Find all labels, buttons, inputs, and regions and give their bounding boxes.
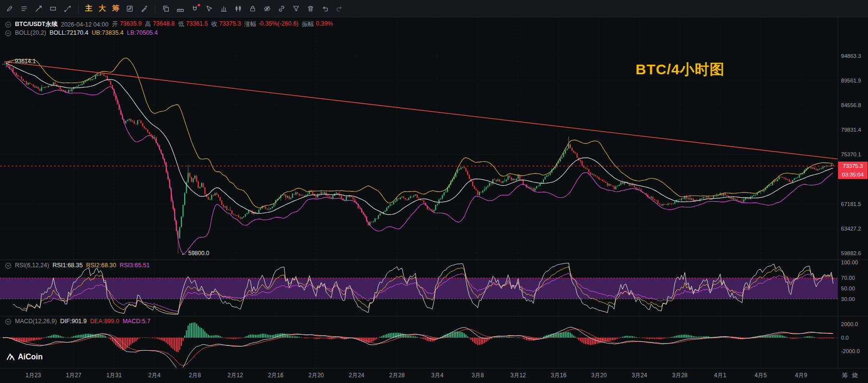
x-axis-label: 3月16 [544,371,573,380]
x-axis-label: 4月9 [787,371,815,380]
price-axis-label: 63427.2 [841,225,861,233]
trading-app: 主大筹 BTC/USDT永续 2026-04-12 04:00 开73635.9… [0,0,868,383]
trend-line-tool-icon[interactable] [33,2,44,15]
pane-borders [0,17,868,369]
price-axis-label: 84556.8 [841,101,861,109]
x-axis-label: 2月4 [140,371,169,380]
bar-compare-icon[interactable] [218,2,230,15]
toolbar-divider [78,4,79,13]
brush-dots-icon[interactable] [62,2,73,15]
link-tool-icon[interactable] [276,2,287,15]
copy-tool-icon[interactable] [160,2,172,15]
high-value: 73648.8 [153,20,175,28]
large-view-button[interactable]: 大 [97,2,108,15]
open-value: 73635.9 [120,20,141,28]
price-axis[interactable]: 94863.389561.984556.879831.475370.167181… [838,17,868,368]
bottom-right-toggles: 筹 烧 [842,371,858,380]
chips-toggle[interactable]: 筹 [842,371,848,380]
boll-ub-value: UB:73835.4 [92,29,123,36]
x-axis-label: 4月1 [706,371,735,380]
low-price-marker: ← 59800.0 [181,250,209,257]
chart-canvas[interactable] [0,0,868,383]
undo-button-icon[interactable] [319,2,331,15]
redo-button-icon[interactable] [334,2,345,15]
x-axis-label: 2月24 [342,371,371,380]
rsi-toggle-icon[interactable] [5,262,12,269]
aicoin-logo: AiCoin [6,352,43,362]
x-axis-label: 3月20 [584,371,613,380]
drawing-toolbar: 主大筹 [0,0,868,17]
x-axis-label: 2月16 [261,371,290,380]
macd-name[interactable]: MACD(12,26,9) [15,318,57,325]
rsi-layer [13,263,833,314]
indicator-list-icon[interactable] [18,2,30,15]
dif-value: DIF:901.9 [60,318,87,325]
price-axis-label: 89561.9 [841,77,861,84]
hide-drawings-icon[interactable] [261,2,273,15]
filter-tool-icon[interactable] [290,2,302,15]
chips-button[interactable]: 筹 [110,2,121,15]
candle-datetime: 2026-04-12 04:00 [61,21,108,28]
x-axis-label: 1月23 [19,371,48,380]
note-edit-icon[interactable] [124,2,136,15]
chart-watermark: BTC/4小时图 [636,60,725,80]
main-chart-button[interactable]: 主 [83,2,94,15]
lock-tool-icon[interactable] [247,2,258,15]
high-price-marker: ← 93614.1 [7,58,36,65]
rsi1-value: RSI1:68.35 [53,262,83,269]
open-label: 开 [112,20,118,28]
low-value: 73361.5 [186,20,208,28]
low-label: 低 [178,20,184,28]
boll-lb-value: LB:70505.4 [127,29,158,36]
boll-layer [6,58,833,253]
rsi-axis-label: 50.00 [841,285,855,292]
candle-style-icon[interactable] [232,2,244,15]
x-axis-label: 2月28 [382,371,411,380]
macd-axis-label: 0.0 [841,334,849,342]
delete-tool-icon[interactable] [305,2,316,15]
x-axis-label: 3月24 [625,371,654,380]
x-axis-label: 3月12 [504,371,533,380]
macd-axis-label: -2000.0 [841,347,860,355]
magic-wand-icon[interactable] [138,2,150,15]
high-label: 高 [145,20,151,28]
rsi-axis-label: 100.00 [841,259,858,266]
aicoin-logo-icon [6,352,15,362]
rsi-name[interactable]: RSI(6,12,24) [15,262,49,269]
x-axis-label: 2月8 [180,371,209,380]
x-axis-label: 3月4 [423,371,452,380]
price-axis-label: 79831.4 [841,126,861,134]
time-axis[interactable]: 1月231月271月312月42月82月122月162月202月242月283月… [0,368,868,383]
rsi-axis-label: 30.00 [841,295,855,303]
boll-toggle-icon[interactable] [5,29,12,37]
boll-mid-value: BOLL:72170.4 [50,29,89,36]
burn-toggle[interactable]: 烧 [852,371,858,380]
rect-tool-icon[interactable] [47,2,59,15]
ruler-tool-icon[interactable] [175,2,186,15]
x-axis-label: 1月31 [99,371,128,380]
cursor-tool-icon[interactable] [203,2,215,15]
x-axis-label: 2月20 [301,371,330,380]
x-axis-label: 1月27 [59,371,88,380]
boll-row: BOLL(20,2) BOLL:72170.4 UB:73835.4 LB:70… [5,29,158,37]
draw-pencil-icon[interactable] [4,2,15,15]
x-axis-label: 3月8 [463,371,492,380]
magnet-tool-icon[interactable] [189,2,201,15]
symbol-name[interactable]: BTC/USDT永续 [15,20,57,28]
current-price-badge: 73375.3 [838,162,868,170]
rsi3-value: RSI3:65.51 [120,262,150,269]
macd-value: MACD:5.7 [122,318,150,325]
rsi-row: RSI(6,12,24) RSI1:68.35 RSI2:68.30 RSI3:… [5,262,150,269]
price-axis-label: 75370.1 [841,150,861,158]
symbol-info-row: BTC/USDT永续 2026-04-12 04:00 开73635.9 高73… [5,20,333,28]
rsi-axis-label: 70.00 [841,274,855,282]
change-value: -0.35%(-260.6) [258,20,298,28]
magnet-active-dot [198,4,200,6]
macd-axis-label: 2000.0 [841,320,858,328]
toolbar-divider [155,4,155,13]
symbol-toggle-icon[interactable] [5,21,12,28]
candles-layer [2,62,834,254]
boll-name[interactable]: BOLL(20,2) [15,29,46,36]
amplitude-value: 0.39% [316,20,333,28]
macd-toggle-icon[interactable] [5,318,12,325]
